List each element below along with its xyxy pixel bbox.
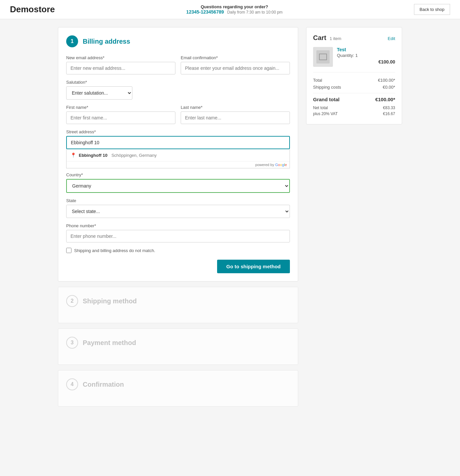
billing-address-section: 1 Billing address New email address* Ema… <box>58 27 298 281</box>
country-row: Country* Germany United States United Ki… <box>66 172 290 193</box>
step-3-circle: 3 <box>66 337 78 349</box>
step-2-circle: 2 <box>66 295 78 307</box>
email-confirm-input[interactable] <box>181 62 290 74</box>
shipping-method-section: 2 Shipping method <box>58 287 298 323</box>
shipping-mismatch-row: Shipping and billing address do not matc… <box>66 248 290 253</box>
step-2-header: 2 Shipping method <box>66 295 290 307</box>
phone-number[interactable]: 12345-123456789 <box>186 9 224 15</box>
phone-label: Phone number* <box>66 223 290 228</box>
cart-item: Test Quantity: 1 €100.00 <box>313 47 395 72</box>
grand-total-value: €100.00* <box>375 97 395 102</box>
cart-title-area: Cart 1 item <box>313 34 341 42</box>
right-column: Cart 1 item Edit Test Quantity: 1 €100.0… <box>306 27 402 407</box>
logo-bold: Demo <box>10 4 34 14</box>
cart-item-name: Test <box>337 47 395 52</box>
autocomplete-item[interactable]: 📍 Ebbinghoff 10 Schöppingen, Germany <box>67 149 290 161</box>
step-4-circle: 4 <box>66 378 78 390</box>
payment-method-section: 3 Payment method <box>58 328 298 365</box>
state-group: State Select state... <box>66 198 290 218</box>
pin-icon: 📍 <box>70 152 76 158</box>
header-center: Questions regarding your order? 12345-12… <box>186 4 283 15</box>
logo-regular: store <box>34 4 55 14</box>
last-name-input[interactable] <box>181 111 290 124</box>
autocomplete-main: Ebbinghoff 10 <box>79 153 108 158</box>
total-label: Total <box>313 78 322 83</box>
first-name-group: First name* <box>66 105 175 124</box>
country-group: Country* Germany United States United Ki… <box>66 172 290 193</box>
business-hours: Daily from 7:30 am to 10:00 pm <box>227 10 282 15</box>
email-confirm-group: Email confirmation* <box>181 55 290 74</box>
left-column: 1 Billing address New email address* Ema… <box>58 27 298 407</box>
country-select[interactable]: Germany United States United Kingdom <box>66 179 290 193</box>
back-to-shop-button[interactable]: Back to shop <box>414 4 450 15</box>
step-1-header: 1 Billing address <box>66 35 290 47</box>
cart-title: Cart <box>313 34 326 41</box>
cart-item-image <box>313 47 333 67</box>
cart-totals: Total €100.00* Shipping costs €0.00* Gra… <box>313 78 395 116</box>
country-label: Country* <box>66 172 290 177</box>
email-row: New email address* Email confirmation* <box>66 55 290 74</box>
salutation-group: Salutation* Enter salutation... Mr. Mrs. <box>66 80 132 100</box>
salutation-label: Salutation* <box>66 80 132 85</box>
net-total-value: €83.33 <box>383 106 395 110</box>
vat-row: plus 20% VAT €16.67 <box>313 111 395 116</box>
cart-card: Cart 1 item Edit Test Quantity: 1 €100.0… <box>306 27 402 124</box>
salutation-row: Salutation* Enter salutation... Mr. Mrs. <box>66 80 290 100</box>
total-value: €100.00* <box>378 78 395 83</box>
step-3-title: Payment method <box>83 339 136 347</box>
vat-value: €16.67 <box>383 111 395 116</box>
shipping-mismatch-label: Shipping and billing address do not matc… <box>74 248 155 253</box>
first-name-label: First name* <box>66 105 175 110</box>
main-container: 1 Billing address New email address* Ema… <box>48 19 412 414</box>
state-label: State <box>66 198 290 203</box>
autocomplete-dropdown: 📍 Ebbinghoff 10 Schöppingen, Germany pow… <box>66 149 290 168</box>
last-name-group: Last name* <box>181 105 290 124</box>
net-total-row: Net total €83.33 <box>313 106 395 110</box>
shipping-row: Shipping costs €0.00* <box>313 85 395 90</box>
cart-item-price: €100.00 <box>337 59 395 65</box>
cart-item-quantity: Quantity: 1 <box>337 53 395 58</box>
street-row: Street address* 📍 Ebbinghoff 10 Schöppin… <box>66 129 290 149</box>
step-4-title: Confirmation <box>83 381 124 388</box>
step-2-title: Shipping method <box>83 297 137 305</box>
step-1-title: Billing address <box>83 38 130 45</box>
phone-input[interactable] <box>66 230 290 242</box>
confirmation-section: 4 Confirmation <box>58 370 298 407</box>
street-label: Street address* <box>66 129 290 134</box>
new-email-group: New email address* <box>66 55 175 74</box>
phone-group: Phone number* <box>66 223 290 242</box>
step-3-header: 3 Payment method <box>66 337 290 349</box>
cart-count: 1 item <box>330 36 341 41</box>
logo: Demostore <box>10 4 55 15</box>
new-email-input[interactable] <box>66 62 175 74</box>
state-row: State Select state... <box>66 198 290 218</box>
email-confirm-label: Email confirmation* <box>181 55 290 60</box>
product-image-placeholder <box>316 50 330 64</box>
vat-label: plus 20% VAT <box>313 111 338 116</box>
net-total-label: Net total <box>313 106 328 110</box>
first-name-input[interactable] <box>66 111 175 124</box>
shipping-label: Shipping costs <box>313 85 341 90</box>
new-email-label: New email address* <box>66 55 175 60</box>
cart-item-details: Test Quantity: 1 €100.00 <box>337 47 395 67</box>
salutation-select[interactable]: Enter salutation... Mr. Mrs. <box>66 86 132 100</box>
grand-total-label: Grand total <box>313 97 340 102</box>
question-label: Questions regarding your order? <box>186 4 283 9</box>
grand-total-row: Grand total €100.00* <box>313 93 395 102</box>
header: Demostore Questions regarding your order… <box>0 0 460 19</box>
name-row: First name* Last name* <box>66 105 290 124</box>
cart-total-row: Total €100.00* <box>313 78 395 83</box>
shipping-mismatch-checkbox[interactable] <box>66 248 71 253</box>
step-4-header: 4 Confirmation <box>66 378 290 390</box>
street-group: Street address* 📍 Ebbinghoff 10 Schöppin… <box>66 129 290 149</box>
state-select[interactable]: Select state... <box>66 205 290 218</box>
go-to-shipping-button[interactable]: Go to shipping method <box>217 260 290 273</box>
street-input[interactable] <box>66 136 290 149</box>
google-logo: Google <box>275 163 287 167</box>
cart-edit-link[interactable]: Edit <box>388 36 395 41</box>
cart-header: Cart 1 item Edit <box>313 34 395 42</box>
step-1-circle: 1 <box>66 35 78 47</box>
powered-by: powered by Google <box>67 161 290 168</box>
last-name-label: Last name* <box>181 105 290 110</box>
shipping-value: €0.00* <box>383 85 395 90</box>
